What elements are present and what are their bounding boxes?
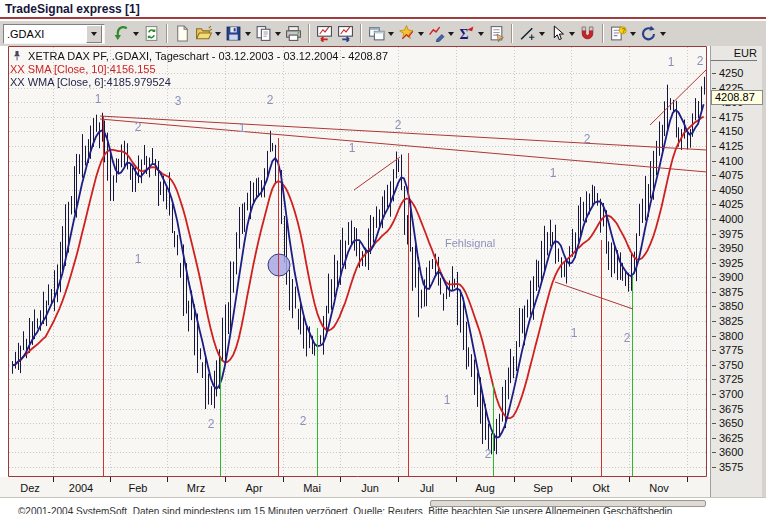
- y-tick-label: 3725: [719, 373, 743, 385]
- y-tick-label: 4125: [719, 140, 743, 152]
- dropdown-caret-icon[interactable]: [539, 32, 545, 36]
- dropdown-caret-icon[interactable]: [245, 32, 251, 36]
- dropdown-caret-icon[interactable]: [418, 32, 424, 36]
- new-indicator-sparkle-icon: [398, 25, 415, 42]
- toolbar-buttons: Σ?: [111, 23, 668, 45]
- wave-count-label: 1: [95, 92, 102, 106]
- y-tick-label: 4175: [719, 111, 743, 123]
- y-tick-label: 3575: [719, 461, 743, 473]
- wave-count-label: 1: [349, 141, 356, 155]
- green-apply-arrow-icon: [113, 25, 130, 42]
- new-indicator-button[interactable]: [397, 23, 425, 45]
- toolbar-separator: [166, 24, 168, 43]
- dropdown-caret-icon[interactable]: [275, 32, 281, 36]
- wave-count-label: 2: [697, 54, 704, 68]
- fehlsignal-label: Fehlsignal: [445, 237, 495, 249]
- dropdown-caret-icon[interactable]: [660, 32, 666, 36]
- x-axis-month-label: Aug: [475, 482, 495, 494]
- x-tick-mark: [283, 477, 284, 482]
- y-tick-mark: [712, 306, 716, 307]
- x-axis-month-label: Dez: [20, 482, 40, 494]
- dropdown-caret-icon[interactable]: [630, 32, 636, 36]
- pointer-tool-button[interactable]: [548, 23, 576, 45]
- dropdown-caret-icon[interactable]: [133, 32, 139, 36]
- open-workspace-button[interactable]: [194, 23, 222, 45]
- time-axis: Dez2004FebMrzAprMaiJunJulAugSepOktNov: [0, 477, 710, 497]
- x-axis-month-label: Jun: [361, 482, 379, 494]
- y-tick-mark: [712, 452, 716, 453]
- cursor-arrow-icon: [549, 25, 566, 42]
- y-tick-mark: [712, 131, 716, 132]
- y-tick-mark: [712, 423, 716, 424]
- script-bulb-icon: ?: [610, 25, 627, 42]
- svg-text:Σ: Σ: [460, 27, 469, 42]
- y-tick-mark: [712, 117, 716, 118]
- x-axis-month-label: Jul: [420, 482, 434, 494]
- wma-legend: XX WMA [Close, 6]:4185.979524: [10, 76, 171, 88]
- symbol-input[interactable]: [4, 26, 86, 42]
- y-tick-label: 3675: [719, 403, 743, 415]
- apply-symbol-button[interactable]: [112, 23, 140, 45]
- chart-properties-button[interactable]: [487, 23, 506, 45]
- chart-back-icon: [316, 25, 333, 42]
- y-tick-label: 4250: [719, 67, 743, 79]
- wave-count-label: 2: [624, 331, 631, 345]
- y-tick-mark: [712, 73, 716, 74]
- y-tick-label: 3925: [719, 257, 743, 269]
- toolbar: Σ?: [0, 21, 766, 46]
- open-folder-icon: [195, 25, 212, 42]
- x-tick-mark: [629, 477, 630, 482]
- y-tick-mark: [712, 88, 716, 89]
- magnet-mode-button[interactable]: [578, 23, 597, 45]
- script-editor-button[interactable]: ?: [609, 23, 637, 45]
- edit-indicator-button[interactable]: [427, 23, 455, 45]
- wave-count-label: 2: [485, 447, 492, 461]
- dropdown-caret-icon[interactable]: [478, 32, 484, 36]
- x-axis-month-label: Mrz: [187, 482, 205, 494]
- toolbar-separator: [360, 24, 362, 43]
- reload-data-button[interactable]: [142, 23, 161, 45]
- x-tick-mark: [167, 477, 168, 482]
- refresh-chart-button[interactable]: [639, 23, 667, 45]
- save-workspace-button[interactable]: [224, 23, 252, 45]
- x-tick-mark: [456, 477, 457, 482]
- symbol-dropdown-button[interactable]: [86, 25, 102, 43]
- dropdown-caret-icon[interactable]: [448, 32, 454, 36]
- y-tick-mark: [712, 277, 716, 278]
- y-tick-mark: [712, 204, 716, 205]
- y-tick-label: 3700: [719, 388, 743, 400]
- copy-icon: [255, 25, 272, 42]
- draw-line-tool-button[interactable]: [518, 23, 546, 45]
- y-tick-label: 3850: [719, 300, 743, 312]
- x-axis-month-label: 2004: [69, 482, 93, 494]
- y-tick-label: 3900: [719, 271, 743, 283]
- y-tick-mark: [712, 379, 716, 380]
- line-draw-icon: [519, 25, 536, 42]
- price-chart-canvas[interactable]: [8, 46, 707, 477]
- dropdown-caret-icon[interactable]: [569, 32, 575, 36]
- y-tick-mark: [712, 263, 716, 264]
- new-workspace-button[interactable]: [173, 23, 192, 45]
- insert-strategy-button[interactable]: Σ: [457, 23, 485, 45]
- x-tick-mark: [571, 477, 572, 482]
- y-tick-mark: [712, 321, 716, 322]
- dropdown-caret-icon[interactable]: [215, 32, 221, 36]
- y-tick-mark: [712, 409, 716, 410]
- symbol-combobox[interactable]: [3, 24, 105, 44]
- print-chart-button[interactable]: [284, 23, 303, 45]
- copy-chart-button[interactable]: [254, 23, 282, 45]
- x-axis-month-label: Mai: [303, 482, 321, 494]
- chart-header-text: XETRA DAX PF, .GDAXI, Tageschart - 03.12…: [28, 50, 388, 62]
- y-tick-mark: [712, 394, 716, 395]
- dropdown-caret-icon[interactable]: [388, 32, 394, 36]
- y-tick-label: 3600: [719, 446, 743, 458]
- previous-chart-button[interactable]: [315, 23, 334, 45]
- sma-legend: XX SMA [Close, 10]:4156.155: [10, 63, 156, 75]
- x-tick-mark: [514, 477, 515, 482]
- wave-count-label: 2: [395, 118, 402, 132]
- current-price-tag: 4208.87: [711, 90, 763, 105]
- x-axis-month-label: Nov: [649, 482, 669, 494]
- window-layout-button[interactable]: [367, 23, 395, 45]
- next-chart-button[interactable]: [336, 23, 355, 45]
- x-tick-mark: [398, 477, 399, 482]
